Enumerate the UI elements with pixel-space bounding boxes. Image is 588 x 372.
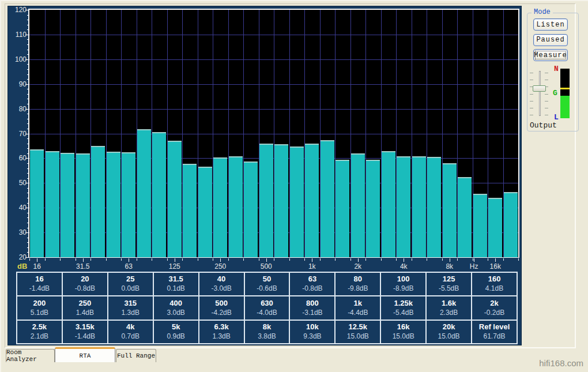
rta-bar-5k [412,156,426,257]
band-cell-4k: 4k0.7dB [108,320,153,344]
slider-tick [545,94,548,95]
band-frequency: 40 [217,275,225,284]
band-frequency: 200 [33,299,46,309]
band-value: -0.2dB [484,309,504,318]
rta-bar-500 [259,144,273,257]
x-axis-tick [91,258,91,261]
band-cell-ref-level: Ref level61.7dB [472,320,517,344]
y-axis-label: 40 [12,204,27,212]
measure-button[interactable]: Measure [533,49,568,61]
x-axis-tick [106,258,107,261]
band-value: 15.0dB [393,332,414,341]
band-cell-315: 3151.3dB [108,296,153,320]
x-axis-tick [335,258,336,261]
rta-bar-100 [152,132,166,257]
output-slider-thumb[interactable] [533,85,546,92]
y-axis-tick [27,29,29,30]
band-cell-200: 2005.1dB [17,296,62,320]
x-axis-tick [503,258,504,261]
band-frequency: 10k [306,322,319,332]
y-axis-tick [27,188,29,189]
band-cell-16: 16-1.4dB [17,272,62,296]
x-axis-tick [381,258,382,261]
x-axis-tick [450,258,450,262]
meter-label-l: L [554,113,559,122]
band-value: -1.4dB [75,332,95,341]
rta-bar-3.15k [382,151,395,257]
band-frequency: 160 [488,275,501,284]
x-axis-tick [457,258,458,261]
y-axis-label: 100 [12,55,27,63]
paused-button[interactable]: Paused [533,34,568,46]
x-axis-tick [228,258,229,261]
band-frequency: 20 [81,275,89,284]
band-value: 3.8dB [258,332,276,341]
slider-tick [545,101,548,102]
band-frequency: 16 [35,275,43,284]
band-value: -4.4dB [348,309,368,318]
spectrum-plot [28,9,519,258]
rta-bar-630 [274,144,288,257]
y-axis-tick [27,39,29,40]
slider-tick [530,94,533,95]
band-value: 15.0dB [347,332,369,341]
x-axis-tick [167,258,168,261]
band-cell-500: 500-4.2dB [199,296,244,320]
y-axis-label: 20 [12,253,27,261]
band-value: 4.1dB [485,284,503,294]
y-axis-label: 50 [12,179,27,187]
band-frequency: 250 [79,299,92,309]
rta-bar-125 [168,141,182,257]
tab-bar: Room AnalyzerRTAFull Range [6,347,236,363]
slider-tick [530,73,533,73]
x-axis-label: Hz [470,262,478,270]
band-value: -0.8dB [302,284,322,294]
x-axis-tick [266,258,267,262]
band-frequency: 4k [126,322,134,332]
band-value: -4.2dB [211,309,231,318]
output-slider-track[interactable] [539,71,541,116]
band-frequency: 3.15k [76,322,95,332]
y-axis-tick [27,138,29,139]
band-value: -0.8dB [75,284,95,294]
x-axis-tick [37,258,37,262]
band-frequency: 315 [124,299,137,309]
band-frequency: 6.3k [214,322,228,332]
tab-full-range[interactable]: Full Range [116,349,156,362]
y-axis-tick [27,193,29,193]
band-cell-40: 40-3.0dB [199,272,244,296]
band-frequency: 20k [443,322,455,332]
y-axis-tick [27,94,29,95]
tab-room-analyzer[interactable]: Room Analyzer [6,349,55,362]
tab-rta[interactable]: RTA [55,347,115,362]
band-frequency: 400 [169,299,182,309]
band-cell-5k: 5k0.9dB [153,320,199,344]
rta-bar-1.25k [321,140,334,257]
x-axis-tick [358,258,359,262]
y-axis-tick [27,54,29,55]
band-value: -5.4dB [393,309,413,318]
band-frequency: 100 [397,275,410,284]
rta-bar-31.5 [76,153,90,257]
band-table: 16-1.4dB20-0.8dB250.0dB31.50.1dB40-3.0dB… [16,272,518,344]
band-cell-25: 250.0dB [108,272,153,296]
rta-bar-1k [305,144,319,257]
rta-bar-20k [504,192,518,257]
x-axis-tick [427,258,427,261]
watermark-text: hifi168.com [539,358,583,368]
x-axis-tick [320,258,321,261]
listen-button[interactable]: Listen [533,18,568,31]
band-frequency: 2k [490,299,498,309]
rta-bar-2.5k [366,160,380,257]
x-axis-tick [213,258,213,261]
band-frequency: 12.5k [349,322,368,332]
slider-tick [530,108,533,108]
slider-tick [545,80,548,80]
rta-bar-25 [61,153,74,257]
rta-bar-50 [107,152,120,257]
app-window: dB 16-1.4dB20-0.8dB250.0dB31.50.1dB40-3.… [0,0,588,372]
x-axis-tick [488,258,488,261]
slider-tick [530,115,533,115]
band-cell-1.6k: 1.6k2.3dB [426,296,472,320]
y-axis-tick [27,64,29,65]
